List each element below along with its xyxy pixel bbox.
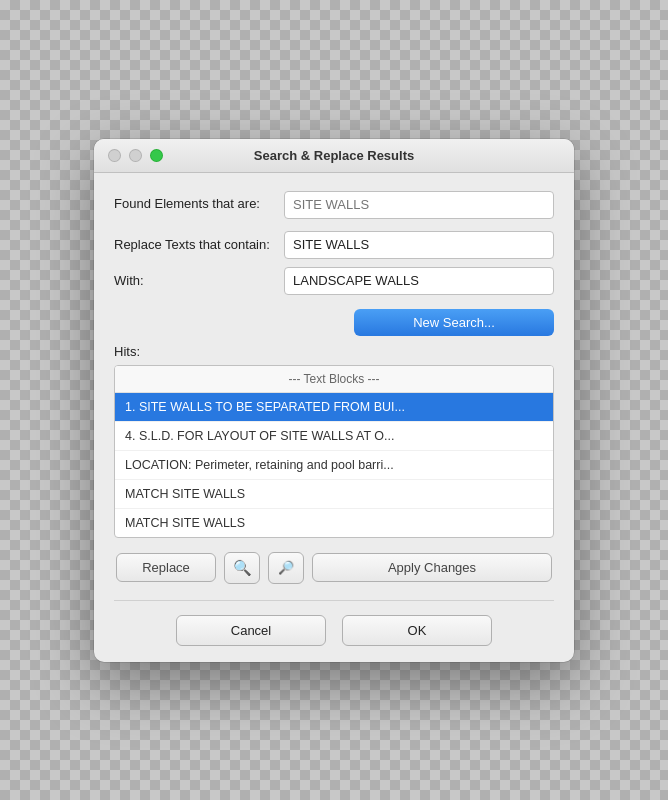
titlebar: Search & Replace Results (94, 139, 574, 173)
replace-texts-input[interactable] (284, 231, 554, 259)
window-title: Search & Replace Results (254, 148, 414, 163)
found-elements-input[interactable] (284, 191, 554, 219)
footer-buttons: Cancel OK (114, 600, 554, 646)
list-item[interactable]: LOCATION: Perimeter, retaining and pool … (115, 451, 553, 480)
with-row: With: (114, 267, 554, 295)
zoom-out-icon: 🔎 (278, 560, 294, 575)
ok-button[interactable]: OK (342, 615, 492, 646)
list-item[interactable]: 4. S.L.D. FOR LAYOUT OF SITE WALLS AT O.… (115, 422, 553, 451)
found-elements-row: Found Elements that are: (114, 191, 554, 219)
found-elements-label: Found Elements that are: (114, 195, 274, 213)
list-header: --- Text Blocks --- (115, 366, 553, 393)
search-icon: 🔍 (233, 559, 252, 577)
dialog-window: Search & Replace Results Found Elements … (94, 139, 574, 662)
replace-group: Replace Texts that contain: With: (114, 231, 554, 295)
hits-label: Hits: (114, 344, 140, 359)
list-item[interactable]: MATCH SITE WALLS (115, 509, 553, 537)
replace-texts-row: Replace Texts that contain: (114, 231, 554, 259)
cancel-button[interactable]: Cancel (176, 615, 326, 646)
search-icon-button[interactable]: 🔍 (224, 552, 260, 584)
dialog-content: Found Elements that are: Replace Texts t… (94, 173, 574, 662)
with-label: With: (114, 273, 274, 288)
list-item[interactable]: MATCH SITE WALLS (115, 480, 553, 509)
new-search-button[interactable]: New Search... (354, 309, 554, 336)
hits-list: --- Text Blocks --- 1. SITE WALLS TO BE … (114, 365, 554, 538)
zoom-out-icon-button[interactable]: 🔎 (268, 552, 304, 584)
minimize-button[interactable] (129, 149, 142, 162)
with-input[interactable] (284, 267, 554, 295)
replace-texts-label: Replace Texts that contain: (114, 237, 274, 252)
list-item[interactable]: 1. SITE WALLS TO BE SEPARATED FROM BUI..… (115, 393, 553, 422)
close-button[interactable] (108, 149, 121, 162)
new-search-row: New Search... (114, 309, 554, 336)
replace-button[interactable]: Replace (116, 553, 216, 582)
apply-changes-button[interactable]: Apply Changes (312, 553, 552, 582)
hits-label-row: Hits: (114, 344, 554, 359)
maximize-button[interactable] (150, 149, 163, 162)
action-buttons-row: Replace 🔍 🔎 Apply Changes (114, 552, 554, 584)
